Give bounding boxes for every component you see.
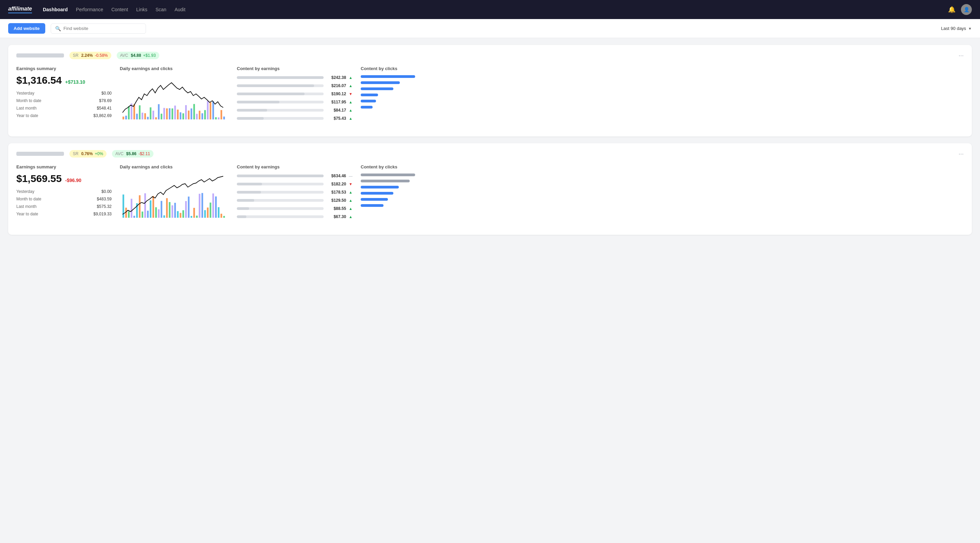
- svg-rect-47: [147, 211, 149, 218]
- chart-title: Daily earnings and clicks: [120, 164, 229, 170]
- svg-rect-22: [182, 113, 184, 119]
- content-earnings-section: Content by earnings $242.38 ▲ $216.07 ▲: [237, 66, 353, 130]
- svg-rect-32: [210, 102, 211, 119]
- date-filter-label: Last 90 days: [941, 26, 966, 31]
- svg-rect-17: [169, 108, 170, 119]
- svg-rect-10: [150, 108, 151, 119]
- nav-content[interactable]: Content: [111, 5, 128, 14]
- content-bar-fill: [237, 207, 249, 210]
- content-bar-fill: [237, 191, 261, 194]
- clicks-bar: [361, 192, 393, 195]
- more-button[interactable]: ···: [959, 150, 964, 157]
- nav-scan[interactable]: Scan: [156, 5, 166, 14]
- chevron-down-icon: ▼: [968, 27, 972, 31]
- content-clicks-title: Content by clicks: [361, 66, 964, 71]
- add-website-button[interactable]: Add website: [8, 23, 45, 34]
- card-1: SR 0.76% +0% AVC $5.86 -$2.11 ··· Earnin…: [8, 143, 972, 235]
- content-bar-bg: [237, 92, 324, 95]
- row-label: Month to date: [16, 98, 41, 103]
- svg-rect-29: [202, 113, 203, 119]
- earnings-summary-title: Earnings summary: [16, 164, 111, 170]
- content-earnings-title: Content by earnings: [237, 66, 353, 71]
- content-bar-fill: [237, 183, 262, 186]
- chart-title: Daily earnings and clicks: [120, 66, 229, 71]
- content-bar-fill: [237, 175, 324, 177]
- trend-up-icon: ▲: [349, 206, 353, 211]
- clicks-bar: [361, 106, 372, 108]
- svg-rect-55: [169, 202, 170, 218]
- content-clicks-rows: [361, 75, 964, 108]
- sr-label: SR: [73, 151, 79, 156]
- content-amount: $67.30: [326, 214, 346, 219]
- content-earnings-row: $117.95 ▲: [237, 100, 353, 105]
- avc-label: AVC: [120, 53, 128, 58]
- content-clicks-row: [361, 198, 964, 201]
- trend-up-icon: ▲: [349, 76, 353, 79]
- svg-rect-62: [188, 197, 189, 218]
- svg-rect-74: [221, 214, 222, 218]
- content-clicks-row: [361, 94, 964, 96]
- content-bar-bg: [237, 199, 324, 202]
- search-icon: 🔍: [55, 26, 61, 31]
- content-clicks-title: Content by clicks: [361, 164, 964, 170]
- svg-rect-50: [155, 207, 157, 218]
- card-header: SR 2.24% -0.58% AVC $4.88 +$1.93 ···: [16, 52, 964, 59]
- svg-rect-7: [142, 113, 143, 119]
- svg-rect-40: [128, 211, 130, 218]
- content-bar-fill: [237, 84, 314, 87]
- trend-up-icon: ▲: [349, 116, 353, 121]
- main-content: SR 2.24% -0.58% AVC $4.88 +$1.93 ··· Ear…: [0, 38, 980, 241]
- content-earnings-row: $216.07 ▲: [237, 83, 353, 88]
- search-input[interactable]: [64, 26, 142, 31]
- svg-rect-24: [188, 111, 189, 119]
- clicks-bar-wrap: [361, 192, 415, 195]
- content-earnings-row: $178.53 ▲: [237, 190, 353, 195]
- avc-value: $4.88: [131, 53, 141, 58]
- content-clicks-section: Content by clicks: [361, 164, 964, 228]
- clicks-bar: [361, 179, 410, 183]
- svg-rect-54: [166, 198, 168, 218]
- svg-rect-46: [144, 193, 146, 218]
- svg-rect-61: [185, 201, 187, 218]
- row-value: $9,019.33: [94, 212, 111, 216]
- content-amount: $178.53: [326, 190, 346, 195]
- row-value: $78.69: [99, 98, 111, 103]
- earnings-change: +$713.10: [65, 79, 85, 85]
- earnings-summary: Earnings summary $1,569.55 -$96.90 Yeste…: [16, 164, 111, 228]
- svg-rect-34: [215, 117, 217, 119]
- svg-rect-73: [218, 207, 220, 218]
- content-earnings-row: $88.55 ▲: [237, 206, 353, 211]
- content-clicks-row: [361, 186, 964, 189]
- svg-rect-20: [177, 110, 179, 119]
- avc-change: -$2.11: [138, 151, 150, 156]
- nav-audit[interactable]: Audit: [175, 5, 185, 14]
- navbar: affilimate Dashboard Performance Content…: [0, 0, 980, 19]
- notification-icon[interactable]: 🔔: [948, 6, 956, 13]
- date-filter[interactable]: Last 90 days ▼: [941, 26, 972, 31]
- avatar[interactable]: 👤: [961, 4, 972, 15]
- content-bar-bg: [237, 117, 324, 120]
- nav-links[interactable]: Links: [136, 5, 147, 14]
- svg-rect-64: [193, 208, 195, 218]
- content-clicks-row: [361, 179, 964, 183]
- content-bar-bg: [237, 101, 324, 103]
- content-clicks-row: [361, 173, 964, 176]
- clicks-bar: [361, 87, 393, 90]
- clicks-bar-wrap: [361, 106, 415, 108]
- svg-rect-66: [199, 194, 200, 218]
- svg-rect-53: [163, 215, 165, 218]
- content-amount: $75.43: [326, 116, 346, 121]
- nav-performance[interactable]: Performance: [76, 5, 103, 14]
- content-earnings-rows: $242.38 ▲ $216.07 ▲ $190.12 ▼: [237, 75, 353, 121]
- content-earnings-title: Content by earnings: [237, 164, 353, 170]
- content-earnings-row: $182.20 ▼: [237, 182, 353, 186]
- more-button[interactable]: ···: [959, 52, 964, 59]
- search-wrap: 🔍: [51, 24, 146, 34]
- content-clicks-row: [361, 75, 964, 78]
- nav-dashboard[interactable]: Dashboard: [43, 5, 68, 14]
- svg-rect-26: [193, 104, 195, 119]
- content-earnings-rows: $634.46 — $182.20 ▼ $178.53 ▲: [237, 173, 353, 219]
- clicks-bar-wrap: [361, 204, 415, 207]
- content-clicks-row: [361, 192, 964, 195]
- svg-rect-49: [153, 196, 154, 218]
